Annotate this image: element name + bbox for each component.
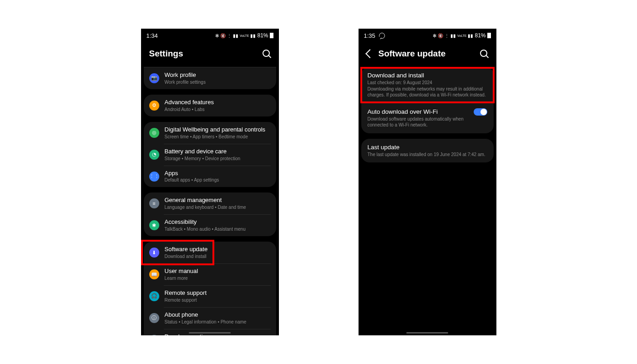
update-row-auto-download-over-wi-fi[interactable]: Auto download over Wi-FiDownload softwar… [361,103,494,133]
settings-row-advanced-features[interactable]: ⚙Advanced featuresAndroid Auto • Labs [144,95,276,116]
row-title: Software update [165,246,271,253]
general-management-icon: ≡ [149,198,159,208]
settings-group: ⚙Advanced featuresAndroid Auto • Labs [144,95,276,116]
row-subtitle: Storage • Memory • Device protection [165,156,271,162]
settings-row-user-manual[interactable]: 📖User manualLearn more [144,263,276,285]
row-subtitle: Downloading via mobile networks may resu… [368,86,487,98]
wifi-auto-toggle[interactable] [474,108,487,116]
battery-and-device-care-icon: ◔ [149,150,159,160]
signal2-icon: ▮▮ [468,33,473,38]
status-bar: 1:34 ✻ 🔇 ⋮ ▮▮ VoLTE ▮▮ 81% [141,29,279,42]
bluetooth-icon: ✻ [215,33,219,38]
row-subtitle: Download software updates automatically … [368,116,469,128]
row-subtitle: TalkBack • Mono audio • Assistant menu [165,226,271,232]
row-subtitle: Android Auto • Labs [165,106,271,112]
search-icon[interactable] [263,50,271,58]
about-phone-icon: ⓘ [149,313,159,323]
nav-handle[interactable] [406,332,448,334]
update-row-last-update[interactable]: Last updateThe last update was installed… [361,139,494,163]
search-icon[interactable] [480,50,488,58]
signal-icon: ▮▮ [450,33,456,38]
row-title: Last update [368,144,487,151]
update-row-download-and-install[interactable]: Download and installLast checked on: 9 A… [361,67,494,103]
status-bar: 1:35 ✻ 🔇 ⋮ ▮▮ VoLTE ▮▮ 81% [359,29,496,42]
back-icon[interactable] [365,49,374,58]
row-subtitle: Status • Legal information • Phone name [165,319,271,325]
settings-row-software-update[interactable]: ⬇Software updateDownload and install [144,242,276,263]
row-title: About phone [165,311,271,319]
battery-text: 81% [257,32,268,39]
settings-row-accessibility[interactable]: ✱AccessibilityTalkBack • Mono audio • As… [144,214,276,236]
settings-row-battery-and-device-care[interactable]: ◔Battery and device careStorage • Memory… [144,144,276,166]
work-profile-icon: 📷 [149,73,159,83]
settings-row-work-profile[interactable]: 📷Work profileWork profile settings [144,67,276,89]
settings-row-general-management[interactable]: ≡General managementLanguage and keyboard… [144,192,276,214]
signal2-icon: ▮▮ [250,33,256,38]
row-title: User manual [165,268,271,275]
row-subtitle: Remote support [165,297,271,303]
header: Software update [359,42,496,67]
update-group: Last updateThe last update was installed… [361,139,494,163]
settings-row-apps[interactable]: ⋮⋮AppsDefault apps • App settings [144,166,276,187]
row-subtitle: Default apps • App settings [165,177,271,183]
status-time: 1:35 [364,32,375,39]
row-title: Accessibility [165,218,271,226]
status-icons: ✻ 🔇 ⋮ ▮▮ VoLTE ▮▮ 81% [215,32,273,39]
row-title: Apps [165,170,271,177]
row-subtitle: The last update was installed on 19 June… [368,152,487,158]
battery-icon [270,33,273,38]
accessibility-icon: ✱ [149,220,159,230]
signal-icon: ▮▮ [233,33,238,38]
row-title: Battery and device care [165,148,271,156]
row-subtitle: Work profile settings [165,79,271,85]
page-title: Settings [149,49,183,59]
settings-group: ◎Digital Wellbeing and parental controls… [144,122,276,187]
digital-wellbeing-and-parental-controls-icon: ◎ [149,128,159,138]
wifi-icon: ⋮ [227,33,232,38]
user-manual-icon: 📖 [149,269,159,279]
settings-group: ⬇Software updateDownload and install📖Use… [144,242,276,335]
row-subtitle: Last checked on: 9 August 2024 [368,80,487,86]
row-title: General management [165,197,271,204]
row-title: Auto download over Wi-Fi [368,108,469,115]
phone-software-update: 1:35 ✻ 🔇 ⋮ ▮▮ VoLTE ▮▮ 81% Software upda… [359,29,496,335]
settings-row-about-phone[interactable]: ⓘAbout phoneStatus • Legal information •… [144,307,276,329]
row-title: Remote support [165,289,271,297]
settings-list[interactable]: 📷Work profileWork profile settings⚙Advan… [141,67,279,335]
row-subtitle: Learn more [165,275,271,281]
apps-icon: ⋮⋮ [149,172,159,182]
settings-row-remote-support[interactable]: 🎧Remote supportRemote support [144,285,276,307]
whatsapp-icon [379,33,385,39]
row-title: Download and install [368,72,487,79]
row-subtitle: Screen time • App timers • Bedtime mode [165,134,271,140]
mute-icon: 🔇 [438,33,443,38]
status-icons: ✻ 🔇 ⋮ ▮▮ VoLTE ▮▮ 81% [433,32,491,39]
remote-support-icon: 🎧 [149,291,159,301]
mute-icon: 🔇 [220,33,226,38]
settings-group: ≡General managementLanguage and keyboard… [144,192,276,236]
volte-icon: VoLTE [457,34,467,37]
row-subtitle: Download and install [165,253,271,259]
update-list: Download and installLast checked on: 9 A… [359,67,496,335]
developer-options-icon: { } [149,335,159,335]
battery-text: 81% [475,32,485,39]
update-group: Download and installLast checked on: 9 A… [361,67,494,133]
page-title: Software update [379,49,446,59]
row-subtitle: Language and keyboard • Date and time [165,204,271,210]
nav-handle[interactable] [189,332,231,334]
settings-row-digital-wellbeing-and-parental-controls[interactable]: ◎Digital Wellbeing and parental controls… [144,122,276,144]
battery-icon [487,33,491,38]
wifi-icon: ⋮ [445,33,449,38]
status-time: 1:34 [147,32,158,39]
bluetooth-icon: ✻ [433,33,436,38]
volte-icon: VoLTE [240,34,249,37]
software-update-icon: ⬇ [149,248,159,258]
row-title: Work profile [165,71,271,79]
row-title: Digital Wellbeing and parental controls [165,126,271,134]
header: Settings [141,42,279,67]
settings-group: 📷Work profileWork profile settings [144,67,276,89]
phone-settings: 1:34 ✻ 🔇 ⋮ ▮▮ VoLTE ▮▮ 81% Settings 📷Wor… [141,29,279,335]
advanced-features-icon: ⚙ [149,101,159,111]
row-title: Advanced features [165,99,271,106]
